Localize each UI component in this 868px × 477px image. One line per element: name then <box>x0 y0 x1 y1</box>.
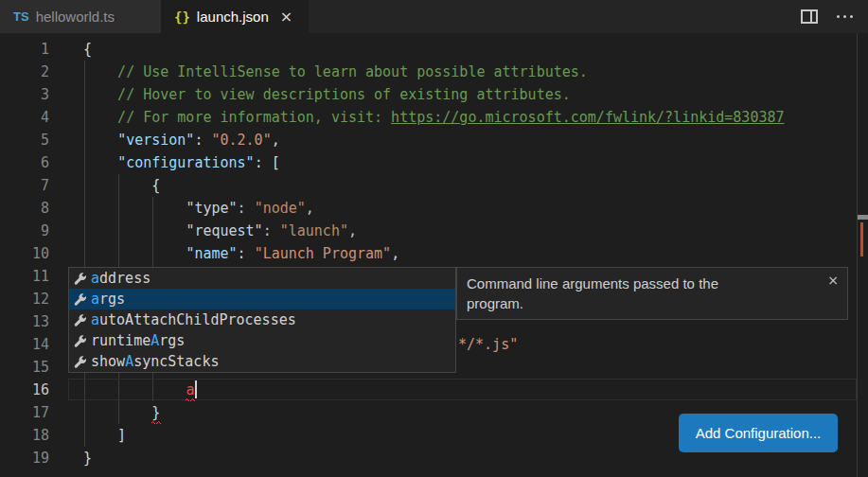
line-number: 6 <box>0 151 49 174</box>
line-number: 11 <box>0 265 49 288</box>
suggest-item-label: runtimeArgs <box>91 332 185 349</box>
suggest-item-address[interactable]: address <box>69 268 455 289</box>
line-number: 2 <box>0 61 49 83</box>
tab-launch-json[interactable]: {} launch.json × <box>161 0 309 33</box>
scrollbar-thumb[interactable] <box>858 215 868 220</box>
editor-actions <box>801 0 868 33</box>
code-fragment: */*.js" <box>458 333 518 356</box>
suggest-doc-text: Command line arguments passed to the pro… <box>467 274 755 313</box>
more-actions-icon[interactable] <box>837 15 853 18</box>
suggest-item-autoAttachChildProcesses[interactable]: autoAttachChildProcesses <box>69 309 455 330</box>
line-number: 15 <box>0 356 49 379</box>
tab-label: helloworld.ts <box>36 9 115 25</box>
suggest-item-label: address <box>91 270 151 287</box>
cursor-caret <box>195 380 197 398</box>
wrench-icon <box>73 313 87 327</box>
code-line[interactable]: // Use IntelliSense to learn about possi… <box>83 61 785 83</box>
overview-ruler <box>857 33 858 477</box>
line-number: 8 <box>0 197 49 220</box>
line-number: 9 <box>0 220 49 242</box>
json-braces-icon: {} <box>174 9 190 25</box>
tab-label: launch.json <box>197 9 269 25</box>
line-number: 5 <box>0 129 49 151</box>
suggest-item-label: showAsyncStacks <box>91 353 219 370</box>
suggest-item-label: autoAttachChildProcesses <box>91 311 296 328</box>
line-number: 1 <box>0 38 49 61</box>
overview-error-marker <box>860 222 863 256</box>
split-editor-icon[interactable] <box>801 9 818 24</box>
gutter: 12345678910111213141516171819 <box>0 38 49 469</box>
line-number: 13 <box>0 310 49 333</box>
code-line[interactable]: "name": "Launch Program", <box>83 242 785 265</box>
wrench-icon <box>73 334 87 348</box>
code-line[interactable]: { <box>83 38 785 61</box>
line-number: 10 <box>0 242 49 265</box>
error-squiggle <box>151 420 162 424</box>
line-number: 4 <box>0 106 49 129</box>
line-number: 19 <box>0 447 49 469</box>
add-configuration-button[interactable]: Add Configuration... <box>679 414 838 452</box>
close-tab-icon[interactable]: × <box>280 9 292 25</box>
line-number: 14 <box>0 333 49 356</box>
line-number: 18 <box>0 424 49 447</box>
code-line[interactable]: // For more information, visit: https://… <box>83 106 785 129</box>
typescript-file-icon: TS <box>13 9 29 24</box>
code-area[interactable]: { // Use IntelliSense to learn about pos… <box>83 38 785 469</box>
code-line[interactable]: // Hover to view descriptions of existin… <box>83 83 785 106</box>
code-line[interactable]: "configurations": [ <box>83 151 785 174</box>
suggest-doc-close-icon[interactable]: × <box>827 271 839 291</box>
tab-bar: TS helloworld.ts {} launch.json × <box>0 0 868 33</box>
line-number: 3 <box>0 83 49 106</box>
code-line[interactable]: { <box>83 174 785 197</box>
line-number: 12 <box>0 288 49 310</box>
suggest-item-runtimeArgs[interactable]: runtimeArgs <box>69 330 455 351</box>
line-number: 17 <box>0 401 49 424</box>
code-line[interactable]: "type": "node", <box>83 197 785 220</box>
suggest-item-label: args <box>91 291 125 308</box>
wrench-icon <box>73 355 87 369</box>
tab-helloworld-ts[interactable]: TS helloworld.ts <box>0 0 161 33</box>
code-line[interactable]: "request": "launch", <box>83 220 785 242</box>
wrench-icon <box>73 272 87 286</box>
suggest-item-showAsyncStacks[interactable]: showAsyncStacks <box>69 351 455 372</box>
code-line[interactable]: "version": "0.2.0", <box>83 129 785 151</box>
suggest-item-args[interactable]: args <box>69 289 455 309</box>
suggest-widget: addressargsautoAttachChildProcessesrunti… <box>68 267 456 373</box>
line-number: 7 <box>0 174 49 197</box>
line-number: 16 <box>0 379 49 401</box>
suggest-doc-panel: Command line arguments passed to the pro… <box>456 267 848 320</box>
wrench-icon <box>73 292 87 307</box>
